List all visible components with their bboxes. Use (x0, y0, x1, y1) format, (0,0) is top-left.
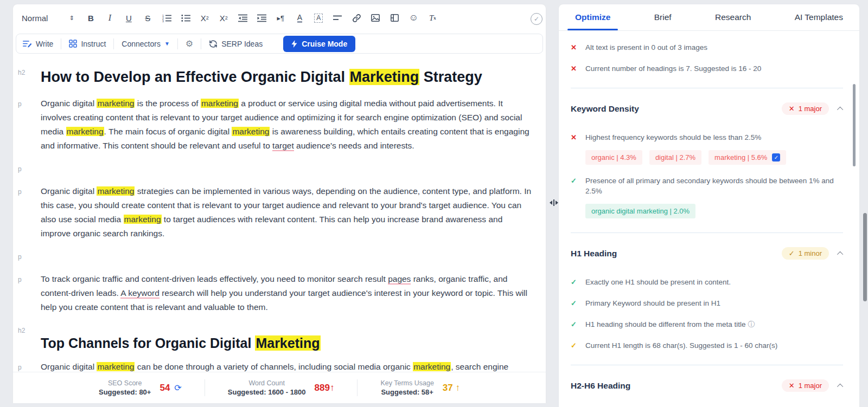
underline-icon[interactable]: U (123, 11, 135, 24)
tab-ai-templates[interactable]: AI Templates (795, 4, 843, 30)
info-icon[interactable]: ⓘ (748, 320, 755, 328)
x-icon: ✕ (571, 132, 578, 143)
check-icon: ✓ (571, 298, 578, 308)
doc-heading[interactable]: Top Channels for Organic Digital Marketi… (41, 334, 544, 352)
instruct-button[interactable]: Instruct (69, 40, 106, 48)
doc-block-row: pTo track organic traffic and content-dr… (13, 272, 544, 323)
underlined-suggestion[interactable]: A keyword (120, 288, 159, 299)
window-scrollbar[interactable] (863, 213, 867, 301)
highlight-color-icon[interactable]: A (312, 11, 324, 24)
clear-formatting-icon[interactable]: Tx (426, 11, 438, 24)
check-item: ✓Current H1 length is 68 char(s). Sugges… (571, 340, 843, 351)
block-type-label: h2 (13, 65, 41, 96)
tab-optimize[interactable]: Optimize (575, 4, 610, 30)
highlighted-keyword[interactable]: marketing (97, 186, 135, 196)
highlighted-keyword[interactable]: marketing (413, 362, 451, 371)
emoji-icon[interactable]: ☺ (407, 11, 419, 24)
check-text: Current number of headings is 7. Suggest… (585, 63, 761, 74)
highlighted-keyword[interactable]: marketing (66, 127, 104, 136)
seo-score-suggested: Suggested: 80+ (99, 388, 151, 396)
italic-icon[interactable]: I (104, 11, 116, 24)
serp-ideas-label: SERP Ideas (221, 40, 263, 48)
document-body[interactable]: h2How to Develop an Effective Organic Di… (13, 56, 544, 372)
highlighted-keyword[interactable]: marketing (97, 362, 135, 371)
word-count-label: Word Count (228, 379, 306, 387)
chevron-up-icon[interactable] (837, 251, 843, 257)
section-header: H2-H6 Heading✕1 major (571, 379, 843, 392)
x-icon: ✕ (571, 42, 578, 53)
section-header: H1 Heading✓1 minor (571, 247, 843, 260)
text-direction-icon[interactable]: ▸¶ (275, 11, 286, 24)
superscript-icon[interactable]: X2 (218, 11, 229, 24)
write-button[interactable]: Write (23, 40, 53, 48)
block-type-label: p (13, 360, 41, 372)
underlined-suggestion[interactable]: pages (388, 274, 411, 285)
optimize-content: ✕Alt text is present in 0 out of 3 image… (559, 31, 859, 407)
doc-paragraph[interactable]: Organic digital marketing strategies can… (41, 184, 544, 241)
underlined-suggestion[interactable]: target (272, 141, 294, 151)
outdent-icon[interactable] (237, 11, 248, 24)
connectors-dropdown[interactable]: Connectors ▼ (122, 40, 170, 48)
doc-paragraph[interactable]: Organic digital marketing can be done th… (41, 360, 544, 372)
x-icon: ✕ (789, 105, 795, 113)
gear-icon[interactable]: ⚙ (186, 38, 193, 49)
editor-panel: Normal ⇕ B I U S 123 X2 X2 ▸¶ A A (13, 4, 546, 403)
block-type-label: p (13, 272, 41, 323)
doc-paragraph[interactable] (41, 161, 544, 176)
check-icon: ✓ (571, 319, 578, 330)
editor-stats-bar: SEO Score Suggested: 80+ 54 ⟳ Word Count… (13, 372, 546, 403)
subscript-icon[interactable]: X2 (199, 11, 210, 24)
chevron-up-icon[interactable] (837, 383, 843, 389)
tab-research[interactable]: Research (715, 4, 751, 30)
cruise-mode-label: Cruise Mode (302, 40, 347, 48)
badge-label: 1 minor (799, 249, 822, 257)
bullet-list-icon[interactable] (180, 11, 192, 24)
image-icon[interactable] (369, 11, 381, 24)
paragraph-style-dropdown[interactable]: Normal (22, 14, 48, 23)
cruise-mode-button[interactable]: Cruise Mode (283, 36, 355, 52)
ordered-list-icon[interactable]: 123 (161, 11, 173, 24)
check-circle-icon[interactable]: ✓ (531, 13, 542, 25)
serp-ideas-button[interactable]: SERP Ideas (209, 40, 263, 48)
highlighted-keyword[interactable]: marketing (232, 127, 270, 136)
highlighted-keyword[interactable]: marketing (97, 99, 135, 108)
panel-resize-handle[interactable] (550, 199, 558, 206)
write-label: Write (36, 40, 53, 48)
refresh-score-icon[interactable]: ⟳ (174, 383, 181, 393)
doc-block-row: pOrganic digital marketing strategies ca… (13, 184, 544, 249)
keyword-pill[interactable]: marketing | 5.6%✓ (709, 150, 786, 165)
panel-scrollbar[interactable] (853, 84, 856, 166)
align-icon[interactable] (331, 11, 343, 24)
highlighted-keyword[interactable]: Marketing (255, 335, 320, 351)
check-text: Alt text is present in 0 out of 3 images (585, 42, 707, 53)
font-size-stepper-icon[interactable]: ⇕ (66, 11, 78, 24)
keyword-pill[interactable]: organic digital marketing | 2.0% (585, 204, 695, 218)
bold-icon[interactable]: B (85, 11, 97, 24)
block-type-label: p (13, 161, 41, 184)
doc-heading[interactable]: How to Develop an Effective Organic Digi… (41, 67, 544, 87)
refresh-icon (209, 40, 218, 48)
highlighted-keyword[interactable]: Marketing (349, 69, 420, 85)
doc-block-row: p (13, 249, 544, 272)
keyword-pill[interactable]: digital | 2.7% (649, 150, 701, 165)
doc-paragraph[interactable] (41, 249, 544, 263)
check-text: Presence of all primary and secondary ke… (585, 176, 843, 196)
doc-block-row: pOrganic digital marketing is the proces… (13, 96, 544, 161)
indent-icon[interactable] (256, 11, 267, 24)
video-icon[interactable] (388, 11, 400, 24)
section-divider (571, 232, 843, 233)
strikethrough-icon[interactable]: S (142, 11, 154, 24)
check-item: ✕Alt text is present in 0 out of 3 image… (571, 42, 843, 53)
keyword-checkbox[interactable]: ✓ (772, 153, 780, 161)
doc-paragraph[interactable]: To track organic traffic and content-dri… (41, 272, 544, 314)
tab-brief[interactable]: Brief (654, 4, 672, 30)
link-icon[interactable] (350, 11, 362, 24)
highlighted-keyword[interactable]: marketing (124, 215, 162, 224)
section-header: Keyword Density✕1 major (571, 102, 843, 115)
keyword-pill[interactable]: organic | 4.3% (585, 150, 642, 165)
chevron-up-icon[interactable] (837, 106, 843, 112)
section-title: H2-H6 Heading (571, 381, 630, 391)
text-color-icon[interactable]: A (293, 11, 305, 24)
highlighted-keyword[interactable]: marketing (201, 99, 239, 108)
doc-paragraph[interactable]: Organic digital marketing is the process… (41, 96, 544, 153)
